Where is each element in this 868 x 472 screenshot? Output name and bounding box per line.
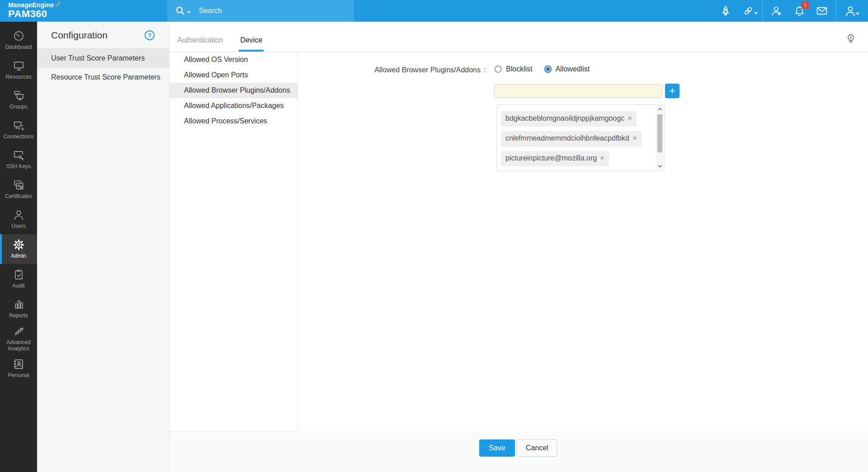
radio-circle-checked-icon (544, 66, 552, 73)
brand-line1: ManageEngine (8, 1, 54, 9)
plugin-entry-input[interactable] (494, 84, 662, 98)
content-header: Authentication Device (170, 22, 868, 52)
audit-icon (13, 269, 25, 281)
search-scope-caret-icon (187, 11, 191, 14)
sidebar-item-personal[interactable]: Personal (0, 354, 37, 383)
users-icon (13, 209, 25, 221)
pam360-app: ManageEngine PAM360 ! (0, 0, 868, 472)
plugin-tag: cnlefmmeadmemmdciolhbnfeacpdfbkd× (501, 131, 642, 146)
submenu-item-allowed-browser-plugins[interactable]: Allowed Browser Plugins/Addons (170, 83, 297, 98)
certificates-icon (13, 179, 25, 191)
topbar-divider (836, 0, 836, 22)
bell-icon[interactable]: ! (793, 0, 806, 22)
brand-swoosh-icon (54, 0, 61, 7)
plugin-tag: pictureinpicture@mozilla.org× (501, 151, 609, 166)
sidebar-item-advanced-analytics[interactable]: Advanced Analytics (0, 324, 37, 354)
scrollbar[interactable] (656, 105, 664, 170)
ssh-keys-icon (13, 149, 25, 161)
save-button[interactable]: Save (479, 439, 515, 457)
brand-logo[interactable]: ManageEngine PAM360 (8, 2, 54, 19)
rocket-icon[interactable] (719, 0, 732, 22)
action-footer: Save Cancel (170, 431, 868, 472)
submenu-item-allowed-open-ports[interactable]: Allowed Open Ports (170, 67, 297, 83)
radio-allowedlist[interactable]: Allowedlist (544, 65, 590, 73)
tab-authentication[interactable]: Authentication (176, 36, 224, 52)
remove-tag-icon[interactable]: × (627, 114, 632, 123)
radio-blocklist[interactable]: Blocklist (495, 65, 533, 73)
notification-badge: ! (802, 2, 809, 9)
submenu-item-allowed-os-version[interactable]: Allowed OS Version (170, 52, 297, 67)
user-star-icon[interactable] (770, 0, 783, 22)
admin-icon (13, 239, 25, 251)
advanced-analytics-icon (13, 325, 25, 337)
scroll-up-icon[interactable] (656, 105, 664, 113)
lightbulb-icon[interactable] (845, 33, 856, 52)
user-menu-icon[interactable] (844, 0, 857, 22)
field-separator: : (484, 66, 486, 74)
plugin-tags: bdgkacbeblomgnaoildjnppjkamgoogc× cnlefm… (497, 105, 656, 170)
search-icon[interactable] (175, 5, 191, 17)
add-plugin-button[interactable]: + (665, 84, 679, 98)
field-label: Allowed Browser Plugins/Addons (298, 66, 481, 74)
remove-tag-icon[interactable]: × (632, 134, 637, 142)
link-icon[interactable] (741, 0, 755, 22)
topbar-divider (762, 0, 763, 22)
top-bar: ManageEngine PAM360 ! (0, 0, 868, 22)
personal-icon (13, 358, 25, 370)
scroll-down-icon[interactable] (656, 162, 664, 170)
dashboard-icon (13, 30, 25, 42)
plugin-tag: bdgkacbeblomgnaoildjnppjkamgoogc× (501, 111, 637, 127)
user-menu-caret-icon (856, 13, 859, 15)
config-item-resource-trust-score[interactable]: Resource Trust Score Parameters (37, 68, 169, 87)
sidebar-item-audit[interactable]: Audit (0, 264, 37, 294)
mail-icon[interactable] (815, 0, 829, 22)
main-sidebar: Dashboard Resources Groups Connections S… (0, 22, 37, 472)
groups-icon (13, 90, 25, 102)
submenu-item-allowed-process-services[interactable]: Allowed Process/Services (170, 113, 297, 129)
radio-circle-icon (495, 66, 502, 73)
list-type-radio-group: Blocklist Allowedlist (495, 65, 590, 73)
sidebar-item-reports[interactable]: Reports (0, 294, 37, 324)
configuration-panel: Configuration ? User Trust Score Paramet… (37, 22, 170, 472)
sidebar-item-certificates[interactable]: Certificates (0, 175, 37, 204)
brand-line2: PAM360 (8, 9, 54, 19)
configuration-header: Configuration ? (37, 22, 169, 49)
sidebar-item-admin[interactable]: Admin (0, 234, 37, 264)
sidebar-item-connections[interactable]: Connections (0, 115, 37, 145)
config-item-user-trust-score[interactable]: User Trust Score Parameters (37, 49, 169, 68)
panel-title: Configuration (51, 30, 108, 41)
submenu-item-allowed-applications[interactable]: Allowed Applications/Packages (170, 98, 297, 113)
link-caret-icon (754, 12, 758, 14)
global-search-bar (167, 0, 354, 22)
tab-device[interactable]: Device (239, 36, 264, 52)
sidebar-item-resources[interactable]: Resources (0, 55, 37, 85)
connections-icon (13, 119, 25, 132)
search-input[interactable] (199, 7, 335, 15)
sidebar-item-users[interactable]: Users (0, 204, 37, 234)
topbar-icons: ! (714, 0, 868, 22)
sidebar-item-dashboard[interactable]: Dashboard (0, 25, 37, 55)
sidebar-item-ssh-keys[interactable]: SSH Keys (0, 145, 37, 175)
help-glyph: ? (148, 32, 151, 39)
plugin-tag-list: bdgkacbeblomgnaoildjnppjkamgoogc× cnlefm… (496, 104, 665, 171)
resources-icon (13, 60, 25, 72)
reports-icon (13, 298, 25, 311)
sidebar-item-groups[interactable]: Groups (0, 85, 37, 115)
device-submenu: Allowed OS Version Allowed Open Ports Al… (170, 52, 298, 431)
help-icon[interactable]: ? (145, 30, 155, 40)
scrollbar-thumb[interactable] (657, 114, 662, 152)
cancel-button[interactable]: Cancel (517, 439, 557, 457)
remove-tag-icon[interactable]: × (600, 154, 604, 162)
